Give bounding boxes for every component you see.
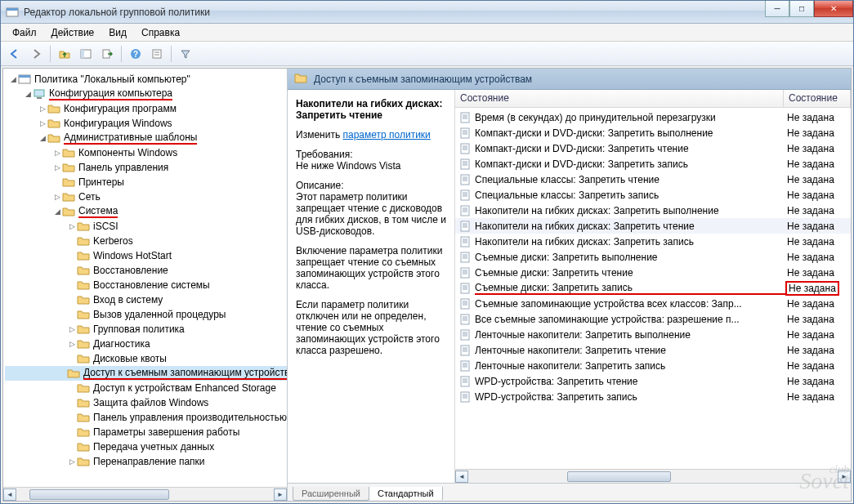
close-button[interactable]: ✕ [814, 1, 853, 17]
tree-item-win_config[interactable]: ▷Конфигурация Windows [5, 116, 287, 131]
tree-item-prog_config[interactable]: ▷Конфигурация программ [5, 101, 287, 116]
tree-item-root[interactable]: ◢Политика "Локальный компьютер" [5, 72, 287, 87]
tree-item-cred_delegation[interactable]: Передача учетных данных [5, 439, 287, 454]
minimize-button[interactable]: ─ [765, 1, 789, 17]
policy-name: Компакт-диски и DVD-диски: Запретить зап… [475, 158, 787, 170]
expander-icon[interactable]: ▷ [67, 457, 77, 466]
policy-row[interactable]: Ленточные накопители: Запретить выполнен… [455, 327, 851, 342]
expander-icon[interactable]: ▷ [52, 149, 62, 157]
tree-item-win_components[interactable]: ▷Компоненты Windows [5, 145, 287, 160]
tree-item-logon[interactable]: Вход в систему [5, 292, 287, 307]
tree-item-file_protection[interactable]: Защита файлов Windows [5, 395, 287, 410]
policy-row[interactable]: Специальные классы: Запретить чтениеНе з… [455, 172, 851, 187]
policy-row[interactable]: Съемные диски: Запретить выполнениеНе за… [455, 249, 851, 265]
tree-item-shutdown_params[interactable]: Параметры завершения работы [5, 425, 287, 439]
filter-button[interactable] [177, 45, 194, 63]
tree-item-iscsi[interactable]: ▷iSCSI [5, 219, 287, 234]
policy-state: Не задана [787, 143, 851, 154]
policy-row[interactable]: WPD-устройства: Запретить чтениеНе задан… [455, 373, 851, 389]
menu-file[interactable]: Файл [6, 25, 43, 40]
forward-button[interactable] [27, 45, 45, 63]
policy-name: Компакт-диски и DVD-диски: Запретить вып… [475, 127, 787, 139]
show-hide-tree-button[interactable] [77, 45, 95, 63]
policy-row[interactable]: Съемные диски: Запретить чтениеНе задана [455, 265, 851, 280]
expander-icon[interactable]: ▷ [52, 163, 62, 172]
tree-item-network[interactable]: ▷Сеть [5, 190, 287, 204]
properties-button[interactable] [148, 45, 166, 63]
policy-row[interactable]: Компакт-диски и DVD-диски: Запретить зап… [455, 156, 851, 172]
policy-row[interactable]: Накопители на гибких дисках: Запретить в… [455, 203, 851, 218]
policy-state: Не задана [787, 252, 851, 263]
policy-row[interactable]: WPD-устройства: Запретить записьНе задан… [455, 389, 851, 404]
tree-item-folder_redirect[interactable]: ▷Перенаправление папки [5, 454, 287, 469]
policy-row[interactable]: Компакт-диски и DVD-диски: Запретить чте… [455, 140, 851, 156]
folder-icon [47, 132, 60, 145]
tree-item-diagnostics[interactable]: ▷Диагностика [5, 337, 287, 351]
tree-pane[interactable]: ◢Политика "Локальный компьютер"◢Конфигур… [3, 69, 288, 501]
tree-item-enhanced_storage[interactable]: Доступ к устройствам Enhanced Storage [5, 381, 287, 395]
tree-item-rpc[interactable]: Вызов удаленной процедуры [5, 307, 287, 322]
expander-icon[interactable]: ▷ [38, 119, 47, 127]
policy-state: Не задана [787, 221, 851, 232]
policy-row[interactable]: Накопители на гибких дисках: Запретить з… [455, 234, 851, 249]
policy-row[interactable]: Съемные запоминающие устройства всех кла… [455, 296, 851, 311]
col-state2-header[interactable]: Состояние [784, 90, 851, 107]
tree-item-comp_config[interactable]: ◢Конфигурация компьютера [5, 87, 287, 101]
help-button[interactable]: ? [127, 45, 145, 63]
expander-icon[interactable]: ◢ [23, 90, 33, 98]
export-button[interactable] [98, 45, 116, 63]
maximize-button[interactable]: □ [789, 1, 814, 17]
tree-label: Параметры завершения работы [93, 426, 239, 438]
hscroll-thumb[interactable] [29, 489, 169, 500]
col-state-header[interactable]: Состояние [455, 90, 784, 107]
list-hscroll-left[interactable]: ◄ [455, 471, 468, 483]
hscroll-right[interactable]: ► [274, 488, 287, 501]
back-button[interactable] [6, 45, 24, 63]
policy-row[interactable]: Съемные диски: Запретить записьНе задана [455, 280, 851, 296]
tree-item-admin_templates[interactable]: ◢Административные шаблоны [5, 131, 287, 145]
edit-policy-link[interactable]: параметр политики [342, 129, 430, 140]
expander-icon[interactable]: ◢ [38, 134, 47, 142]
svg-rect-14 [461, 113, 469, 123]
tree-item-printers[interactable]: Принтеры [5, 175, 287, 190]
expander-icon[interactable]: ◢ [52, 207, 62, 216]
tree-item-removable_access[interactable]: Доступ к съемным запоминающим устройства… [5, 366, 287, 381]
policy-row[interactable]: Ленточные накопители: Запретить чтениеНе… [455, 342, 851, 358]
expander-icon[interactable]: ▷ [67, 340, 77, 348]
tree-item-sys_recovery[interactable]: Восстановление системы [5, 278, 287, 292]
expander-icon[interactable]: ▷ [67, 325, 77, 333]
tree-item-control_panel[interactable]: ▷Панель управления [5, 160, 287, 175]
tab-extended[interactable]: Расширенный [293, 487, 369, 501]
list-hscroll-right[interactable]: ► [838, 471, 851, 483]
titlebar[interactable]: Редактор локальной групповой политики ─ … [1, 1, 853, 24]
policy-list[interactable]: Время (в секундах) до принудительной пер… [455, 108, 851, 469]
expander-icon[interactable]: ▷ [38, 105, 47, 113]
expander-icon[interactable]: ◢ [8, 75, 18, 83]
tree-item-system[interactable]: ◢Система [5, 204, 287, 219]
menu-view[interactable]: Вид [102, 25, 133, 40]
tree-label: Конфигурация программ [64, 103, 177, 114]
hscroll-left[interactable]: ◄ [3, 488, 16, 501]
policy-state: Не задана [787, 127, 851, 139]
tree-item-disk_quotas[interactable]: Дисковые квоты [5, 351, 287, 366]
folder-icon [77, 411, 90, 424]
policy-row[interactable]: Компакт-диски и DVD-диски: Запретить вып… [455, 125, 851, 140]
expander-icon[interactable]: ▷ [67, 222, 77, 230]
tree-item-kerberos[interactable]: Kerberos [5, 234, 287, 248]
policy-row[interactable]: Ленточные накопители: Запретить записьНе… [455, 358, 851, 373]
policy-row[interactable]: Специальные классы: Запретить записьНе з… [455, 187, 851, 203]
expander-icon[interactable]: ▷ [52, 193, 62, 201]
tree-item-group_policy[interactable]: ▷Групповая политика [5, 322, 287, 337]
tree-item-hotstart[interactable]: Windows HotStart [5, 248, 287, 263]
tab-standard[interactable]: Стандартный [369, 487, 443, 501]
tree-item-perf_panel[interactable]: Панель управления производительностью [5, 410, 287, 425]
list-hscroll-thumb[interactable] [567, 471, 671, 482]
folder-icon [77, 220, 90, 233]
up-button[interactable] [56, 45, 74, 63]
policy-row[interactable]: Время (в секундах) до принудительной пер… [455, 109, 851, 125]
menu-action[interactable]: Действие [45, 25, 101, 40]
policy-row[interactable]: Все съемные запоминающие устройства: раз… [455, 311, 851, 327]
menu-help[interactable]: Справка [135, 25, 186, 40]
tree-item-recovery[interactable]: Восстановление [5, 263, 287, 278]
policy-row[interactable]: Накопители на гибких дисках: Запретить ч… [455, 218, 851, 234]
